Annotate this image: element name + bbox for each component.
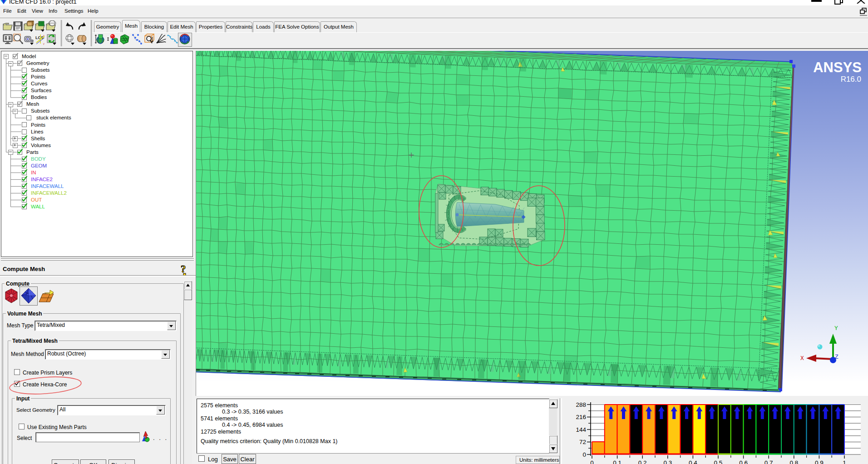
svg-text:0.3: 0.3	[663, 459, 672, 464]
svg-text:?: ?	[181, 264, 186, 275]
svg-text:Y: Y	[834, 325, 838, 332]
svg-text:0.6: 0.6	[739, 459, 748, 464]
svg-text:0.9: 0.9	[815, 459, 824, 464]
svg-text:0.8: 0.8	[789, 459, 798, 464]
svg-text:1: 1	[843, 459, 846, 464]
svg-text:x: x	[43, 34, 44, 37]
svg-text:72: 72	[579, 439, 586, 445]
svg-text:0: 0	[582, 451, 586, 458]
svg-text:144: 144	[576, 426, 586, 433]
svg-text:0.7: 0.7	[764, 459, 773, 464]
svg-text:0.4: 0.4	[689, 459, 697, 464]
svg-text:288: 288	[576, 401, 586, 408]
svg-text:216: 216	[576, 414, 586, 420]
svg-text:0.5: 0.5	[714, 459, 723, 464]
svg-text:ANSYS: ANSYS	[813, 59, 862, 75]
svg-text:R16.0: R16.0	[841, 75, 861, 84]
svg-text:y: y	[43, 42, 44, 45]
svg-text:Z: Z	[835, 354, 838, 360]
svg-text:0.1: 0.1	[613, 459, 621, 464]
svg-text:0: 0	[590, 459, 594, 464]
svg-text:0.2: 0.2	[638, 459, 647, 464]
svg-text:X: X	[800, 355, 804, 362]
